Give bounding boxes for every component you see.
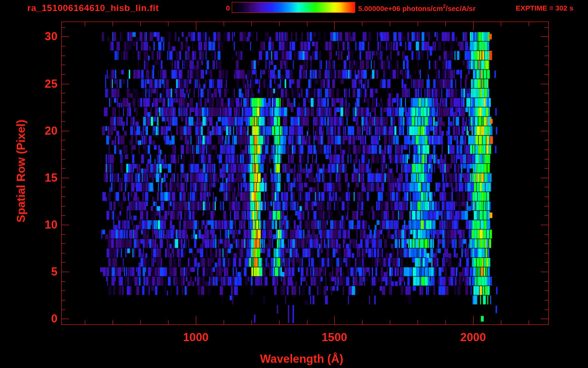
file-title: ra_151006164610_hisb_lin.fit — [27, 3, 159, 13]
y-tick-label: 0 — [28, 312, 57, 325]
y-tick-label: 30 — [28, 30, 57, 43]
exptime-label: EXPTIME = 302 s — [516, 4, 573, 12]
y-tick-label: 15 — [28, 171, 57, 184]
colorbar-max-label-post: /sec/A/sr — [446, 4, 476, 12]
spectrogram-canvas — [0, 0, 588, 368]
x-tick-label: 1000 — [172, 331, 220, 344]
colorbar-max-label-pre: 5.00000e+06 photons/cm — [358, 4, 443, 12]
spectrogram-viewer-window: ra_151006164610_hisb_lin.fit 0 5.00000e+… — [0, 0, 588, 368]
colorbar-max-label: 5.00000e+06 photons/cm2/sec/A/sr — [358, 4, 475, 12]
colorbar-min-label: 0 — [215, 4, 230, 12]
y-tick-label: 10 — [28, 218, 57, 231]
y-axis-title: Spatial Row (Pixel) — [14, 120, 28, 223]
colorbar-gradient — [232, 2, 355, 13]
y-tick-label: 25 — [28, 77, 57, 91]
x-tick-label: 1500 — [310, 331, 358, 344]
x-axis-title: Wavelength (Å) — [260, 352, 343, 366]
y-tick-label: 5 — [28, 265, 57, 278]
x-tick-label: 2000 — [449, 331, 497, 344]
y-tick-label: 20 — [28, 124, 57, 138]
